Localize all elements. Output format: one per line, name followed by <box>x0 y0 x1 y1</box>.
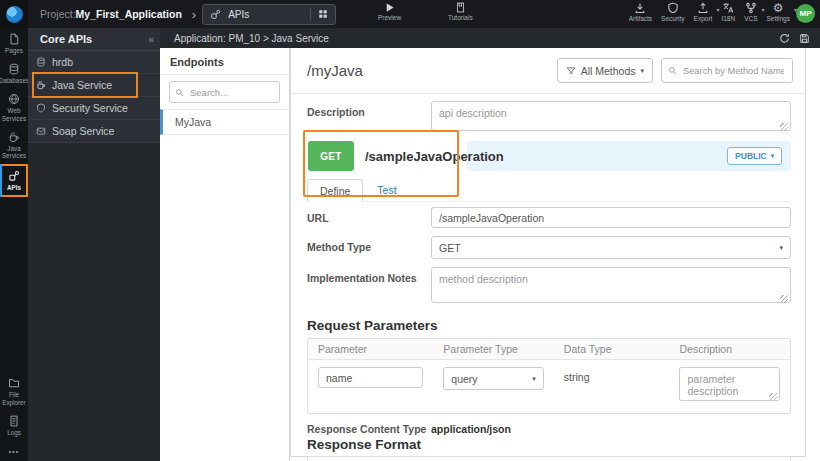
url-input[interactable] <box>431 207 791 228</box>
play-icon <box>384 2 395 13</box>
rail-item-databases[interactable]: Databases <box>0 58 28 88</box>
implementation-notes-textarea[interactable] <box>431 267 791 303</box>
core-apis-title: Core APIs <box>40 33 148 45</box>
chevron-right-icon: › <box>192 7 196 22</box>
tutorials-button[interactable]: Tutorials <box>448 2 473 21</box>
tab-separator <box>310 8 311 20</box>
breadcrumb-bar: Application: PM_10 > Java Service <box>160 28 820 48</box>
col-parameter: Parameter <box>308 339 433 359</box>
description-label: Description <box>307 101 431 118</box>
settings-button[interactable]: ⚙ ▾ Settings <box>767 2 791 22</box>
http-method-badge: GET <box>308 141 354 171</box>
api-detail-panel: /myJava All Methods ▾ Description <box>290 48 806 457</box>
tutorials-label: Tutorials <box>448 14 473 21</box>
operation-header[interactable]: GET /sampleJavaOperation PUBLIC ▾ <box>307 141 791 171</box>
all-methods-dropdown[interactable]: All Methods ▾ <box>557 58 653 83</box>
endpoint-item-label: MyJava <box>175 116 211 128</box>
core-apis-item-label: Security Service <box>52 102 128 114</box>
rail-item-pages[interactable]: Pages <box>0 28 28 58</box>
shield-icon <box>667 2 679 14</box>
database-icon <box>8 63 20 75</box>
artifacts-button[interactable]: Artifacts <box>629 2 652 22</box>
rail-spacer <box>0 198 28 373</box>
database-icon <box>36 57 46 67</box>
col-parameter-type: Parameter Type <box>433 339 554 359</box>
core-apis-header: Core APIs « <box>28 28 160 51</box>
artifacts-label: Artifacts <box>629 15 652 22</box>
col-operation: Operation <box>308 457 472 461</box>
rail-item-apis[interactable]: APIs <box>0 164 28 196</box>
search-icon <box>175 88 184 97</box>
api-detail-body: Description GET /sampleJavaOperation PUB… <box>291 94 805 461</box>
export-button[interactable]: ▾ Export <box>694 2 713 22</box>
vcs-button[interactable]: ▾ VCS <box>744 2 757 22</box>
shield-icon <box>36 103 46 113</box>
project-name: My_First_Application <box>76 8 182 20</box>
rail-item-file-explorer[interactable]: File Explorer <box>0 372 28 409</box>
url-label: URL <box>307 207 431 224</box>
method-search[interactable] <box>661 58 793 83</box>
core-apis-item-java-service[interactable]: Java Service <box>28 74 160 97</box>
description-textarea[interactable] <box>431 101 791 131</box>
security-button[interactable]: Security <box>661 2 684 22</box>
parameter-type-select[interactable]: query ▾ <box>443 367 544 390</box>
method-search-input[interactable] <box>681 65 786 77</box>
method-type-select[interactable]: GET ▾ <box>431 236 791 259</box>
project-label: Project: <box>40 8 76 20</box>
user-avatar[interactable]: MP <box>796 4 815 23</box>
security-label: Security <box>661 15 684 22</box>
rail-item-web-services[interactable]: Web Services <box>0 88 28 125</box>
endpoints-search-input[interactable] <box>188 86 274 99</box>
app-window: Project:My_First_Application › APIs Prev… <box>0 0 820 461</box>
caret-down-icon: ▾ <box>716 6 719 13</box>
translate-icon <box>722 2 734 14</box>
col-description: Description <box>669 339 790 359</box>
data-type-value: string <box>564 367 590 383</box>
all-methods-label: All Methods <box>581 65 636 77</box>
parameter-name-input[interactable] <box>318 367 423 388</box>
api-connector-icon <box>8 170 20 182</box>
tab-define[interactable]: Define <box>307 179 363 202</box>
core-apis-panel: Core APIs « hrdb Java Service Security S… <box>28 28 160 461</box>
apis-tab[interactable]: APIs <box>202 4 336 25</box>
endpoints-search[interactable] <box>169 81 280 103</box>
project-title: Project:My_First_Application <box>40 8 182 20</box>
grid-icon[interactable] <box>318 9 328 19</box>
preview-button[interactable]: Preview <box>378 2 401 21</box>
left-rail: Pages Databases Web Services Java Servic… <box>0 28 28 461</box>
wavemaker-logo[interactable] <box>0 0 28 28</box>
endpoints-title: Endpoints <box>160 48 289 75</box>
collapse-panel-icon[interactable]: « <box>148 34 154 45</box>
core-apis-item-label: Java Service <box>52 79 112 91</box>
operation-tabs: Define Test <box>307 177 791 202</box>
more-options-icon[interactable]: ••• <box>0 440 28 461</box>
url-row: URL <box>307 207 791 228</box>
request-parameters-table: Parameter Parameter Type Data Type Descr… <box>307 338 791 414</box>
search-icon <box>668 66 677 75</box>
implementation-notes-row: Implementation Notes <box>307 267 791 307</box>
method-type-value: GET <box>439 242 461 254</box>
i18n-label: I18N <box>721 15 735 22</box>
response-format-title: Response Format <box>307 437 791 452</box>
api-connector-icon <box>210 9 221 20</box>
rail-item-java-services[interactable]: Java Services <box>0 126 28 163</box>
i18n-button[interactable]: I18N <box>721 2 735 22</box>
operation-path: /sampleJavaOperation <box>365 141 504 171</box>
core-apis-item-security-service[interactable]: Security Service <box>28 97 160 120</box>
preview-label: Preview <box>378 14 401 21</box>
breadcrumb-actions <box>779 33 810 44</box>
request-parameters-title: Request Parameters <box>307 318 791 333</box>
core-apis-item-soap-service[interactable]: Soap Service <box>28 120 160 143</box>
tab-test[interactable]: Test <box>363 178 410 201</box>
endpoint-item-myjava[interactable]: MyJava <box>160 109 289 135</box>
topbar-tools: Artifacts Security ▾ Export I18N <box>629 2 790 22</box>
save-icon[interactable] <box>799 33 810 44</box>
description-row: Description <box>307 101 791 135</box>
vcs-label: VCS <box>744 15 757 22</box>
core-apis-item-hrdb[interactable]: hrdb <box>28 51 160 74</box>
refresh-icon[interactable] <box>779 33 790 44</box>
parameter-description-textarea[interactable] <box>679 367 780 401</box>
access-dropdown[interactable]: PUBLIC ▾ <box>727 147 782 165</box>
rail-item-logs[interactable]: Logs <box>0 410 28 440</box>
coffee-cup-icon <box>8 131 20 143</box>
